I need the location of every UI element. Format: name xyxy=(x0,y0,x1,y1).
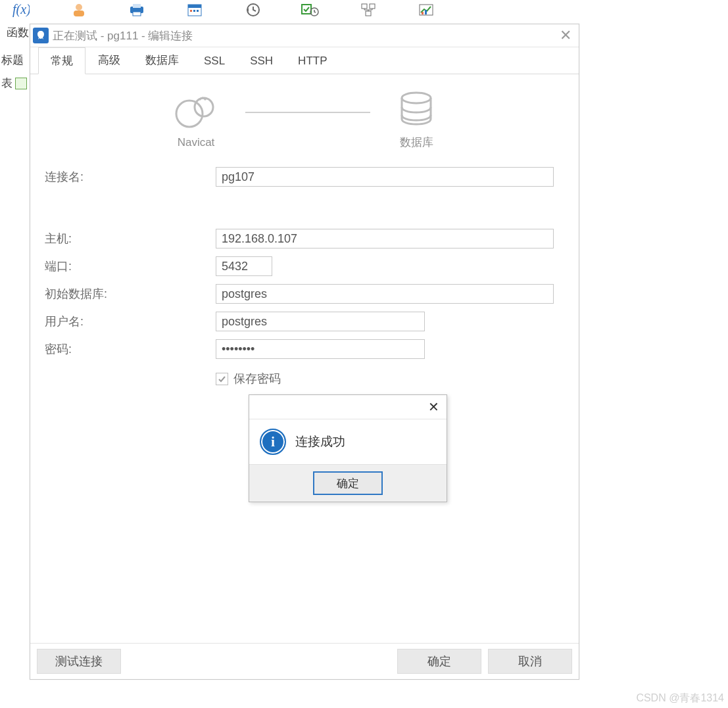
dialog-tabs: 常规 高级 数据库 SSL SSH HTTP xyxy=(30,47,579,74)
label-initdb: 初始数据库: xyxy=(45,286,216,302)
label-password: 密码: xyxy=(45,341,216,357)
svg-rect-16 xyxy=(366,11,371,16)
message-text: 连接成功 xyxy=(295,433,345,450)
bg-label-functions: 函数 xyxy=(7,25,29,40)
tab-advanced[interactable]: 高级 xyxy=(85,47,133,74)
calendar-icon[interactable] xyxy=(185,2,204,18)
ok-button[interactable]: 确定 xyxy=(397,649,481,674)
connection-form: 连接名: 主机: 端口: 初始数据库: 用户名: 密码: 保存密码 xyxy=(45,167,564,387)
message-close-icon[interactable]: ✕ xyxy=(424,398,443,416)
connector-line-icon xyxy=(245,112,370,113)
input-conn-name[interactable] xyxy=(216,167,554,187)
checkbox-icon xyxy=(216,373,228,385)
chart-icon[interactable] xyxy=(417,2,435,18)
svg-point-22 xyxy=(402,93,431,103)
watermark: CSDN @青春1314 xyxy=(636,692,724,705)
bg-label-title: 标题 xyxy=(1,53,24,68)
svg-text:f(x): f(x) xyxy=(12,3,30,17)
database-icon xyxy=(397,90,436,130)
tab-general[interactable]: 常规 xyxy=(38,47,85,74)
postgres-icon xyxy=(33,28,49,43)
user-icon[interactable] xyxy=(70,2,88,18)
connection-illustration: Navicat 数据库 xyxy=(45,90,564,150)
app-toolbar: f(x) xyxy=(0,0,728,20)
illus-right-label: 数据库 xyxy=(400,135,433,150)
check-clock-icon[interactable] xyxy=(301,2,320,18)
svg-rect-19 xyxy=(425,10,427,14)
table-icon xyxy=(15,78,27,89)
illus-left-label: Navicat xyxy=(178,136,215,149)
save-password-label: 保存密码 xyxy=(233,371,281,387)
svg-rect-2 xyxy=(74,11,84,16)
tab-database[interactable]: 数据库 xyxy=(133,47,191,74)
svg-point-1 xyxy=(76,4,82,11)
label-user: 用户名: xyxy=(45,314,216,329)
bg-label-table: 表 xyxy=(1,76,27,91)
message-titlebar: ✕ xyxy=(249,395,447,419)
schema-icon[interactable] xyxy=(359,2,377,18)
svg-point-21 xyxy=(195,98,213,116)
history-icon[interactable] xyxy=(243,2,262,18)
svg-rect-12 xyxy=(302,5,311,14)
dialog-footer: 测试连接 确定 取消 xyxy=(30,643,579,679)
print-icon[interactable] xyxy=(128,2,146,18)
save-password-checkbox[interactable]: 保存密码 xyxy=(216,371,564,387)
input-user[interactable] xyxy=(216,312,425,331)
info-icon: i xyxy=(260,429,286,455)
dialog-title: 正在测试 - pg111 - 编辑连接 xyxy=(53,28,193,43)
dialog-body: Navicat 数据库 连接名: 主机: 端口: 初始数据库: xyxy=(30,74,579,643)
svg-rect-7 xyxy=(188,5,201,8)
message-box: ✕ i 连接成功 确定 xyxy=(249,394,447,502)
tab-http[interactable]: HTTP xyxy=(285,49,339,74)
input-host[interactable] xyxy=(216,229,554,248)
tab-ssl[interactable]: SSL xyxy=(191,49,237,74)
input-initdb[interactable] xyxy=(216,284,554,304)
svg-rect-5 xyxy=(133,12,141,16)
svg-rect-8 xyxy=(190,10,192,12)
svg-rect-10 xyxy=(197,10,199,12)
label-host: 主机: xyxy=(45,231,216,247)
fx-icon[interactable]: f(x) xyxy=(12,2,30,18)
edit-connection-dialog: 正在测试 - pg111 - 编辑连接 ✕ 常规 高级 数据库 SSL SSH … xyxy=(30,24,579,680)
svg-rect-4 xyxy=(133,4,141,8)
label-conn-name: 连接名: xyxy=(45,169,216,185)
input-password[interactable] xyxy=(216,339,425,359)
svg-rect-18 xyxy=(422,12,424,14)
label-port: 端口: xyxy=(45,258,216,274)
svg-rect-9 xyxy=(193,10,195,12)
navicat-icon xyxy=(173,91,219,131)
svg-rect-14 xyxy=(362,4,367,9)
input-port[interactable] xyxy=(216,256,272,276)
close-icon[interactable]: ✕ xyxy=(555,25,576,46)
dialog-titlebar: 正在测试 - pg111 - 编辑连接 ✕ xyxy=(30,24,579,47)
message-ok-button[interactable]: 确定 xyxy=(313,471,383,495)
cancel-button[interactable]: 取消 xyxy=(488,649,572,674)
tab-ssh[interactable]: SSH xyxy=(237,49,285,74)
svg-rect-15 xyxy=(370,4,375,9)
test-connection-button[interactable]: 测试连接 xyxy=(37,649,121,674)
